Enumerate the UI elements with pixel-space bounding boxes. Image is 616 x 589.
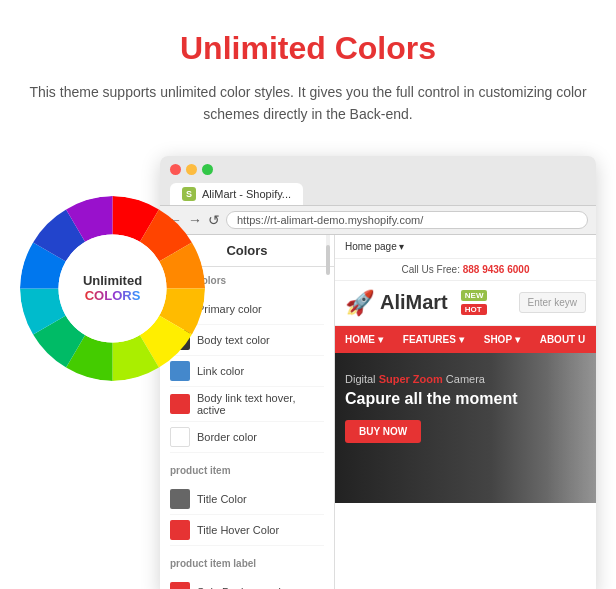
product-item-label: product item xyxy=(170,465,324,476)
color-swatch xyxy=(170,489,190,509)
color-label: Body link text hover, active xyxy=(197,392,324,416)
page-wrapper: Unlimited Colors This theme supports unl… xyxy=(0,0,616,589)
color-row[interactable]: Border color xyxy=(170,422,324,453)
hero-highlight1: Super Zoom xyxy=(379,373,443,385)
page-subtitle: This theme supports unlimited color styl… xyxy=(20,81,596,126)
nav-features[interactable]: FEATURES ▾ xyxy=(393,326,474,353)
color-wheel-container: Unlimited COLORS xyxy=(20,196,205,381)
preview-nav: HOME ▾ FEATURES ▾ SHOP ▾ ABOUT U xyxy=(335,326,596,353)
callus-text: Call Us Free: xyxy=(402,264,460,275)
browser-addressbar: ← → ↺ https://rt-alimart-demo.myshopify.… xyxy=(160,206,596,235)
logo-area: 🚀 AliMart NEW HOT Enter keyw xyxy=(335,281,596,326)
nav-shop[interactable]: SHOP ▾ xyxy=(474,326,530,353)
color-row[interactable]: Sale Background xyxy=(170,577,324,589)
search-box[interactable]: Enter keyw xyxy=(519,292,586,313)
close-dot[interactable] xyxy=(170,164,181,175)
minimize-dot[interactable] xyxy=(186,164,197,175)
browser-chrome: S AliMart - Shopify... xyxy=(160,156,596,206)
wheel-center: Unlimited COLORS xyxy=(68,243,158,333)
callus-bar: Call Us Free: 888 9436 6000 xyxy=(335,259,596,281)
hero-subtitle-normal: Digital xyxy=(345,373,379,385)
page-title: Unlimited Colors xyxy=(20,30,596,67)
browser-window: S AliMart - Shopify... ← → ↺ https://rt-… xyxy=(160,156,596,589)
color-label: Title Color xyxy=(197,493,247,505)
callus-number: 888 9436 6000 xyxy=(463,264,530,275)
color-row[interactable]: Body link text hover, active xyxy=(170,387,324,422)
refresh-button[interactable]: ↺ xyxy=(208,212,220,228)
color-label: Body text color xyxy=(197,334,270,346)
product-item-label-title: product item label xyxy=(170,558,324,569)
scroll-thumb xyxy=(326,245,330,275)
panel-title: Colors xyxy=(226,243,267,258)
new-badge: NEW xyxy=(461,290,488,301)
hot-badge: HOT xyxy=(461,304,488,315)
color-label: Title Hover Color xyxy=(197,524,279,536)
hero-subtitle-end: Camera xyxy=(443,373,485,385)
wheel-center-text1: Unlimited xyxy=(83,273,142,289)
color-row[interactable]: Title Color xyxy=(170,484,324,515)
homepage-selector[interactable]: Home page ▾ xyxy=(345,241,404,252)
wheel-center-text2: COLORS xyxy=(85,288,141,304)
color-label: Border color xyxy=(197,431,257,443)
shopify-preview: Home page ▾ Call Us Free: 888 9436 6000 … xyxy=(335,235,596,589)
color-row[interactable]: Title Hover Color xyxy=(170,515,324,546)
color-swatch xyxy=(170,427,190,447)
gradient-overlay xyxy=(546,353,596,503)
color-swatch xyxy=(170,394,190,414)
rocket-icon: 🚀 xyxy=(345,289,375,317)
alimart-text: AliMart xyxy=(380,291,448,314)
fullscreen-dot[interactable] xyxy=(202,164,213,175)
browser-content: ‹ Colors main colors Primary color xyxy=(160,235,596,589)
address-bar[interactable]: https://rt-alimart-demo.myshopify.com/ xyxy=(226,211,588,229)
nav-about[interactable]: ABOUT U xyxy=(530,326,596,353)
buy-now-button[interactable]: BUY NOW xyxy=(345,420,421,443)
nav-home[interactable]: HOME ▾ xyxy=(335,326,393,353)
color-swatch xyxy=(170,520,190,540)
alimart-logo: 🚀 AliMart xyxy=(345,289,448,317)
preview-topbar: Home page ▾ xyxy=(335,235,596,259)
tab-label: AliMart - Shopify... xyxy=(202,188,291,200)
address-text: https://rt-alimart-demo.myshopify.com/ xyxy=(237,214,423,226)
scrollbar[interactable] xyxy=(326,235,330,266)
preview-hero: Digital Super Zoom Camera Capure all the… xyxy=(335,353,596,503)
browser-dots xyxy=(170,164,586,175)
homepage-label: Home page xyxy=(345,241,397,252)
demo-section: Unlimited COLORS S AliMart - Shopify... xyxy=(30,156,596,589)
color-label: Primary color xyxy=(197,303,262,315)
product-item-label-section: product item label Sale Background xyxy=(160,550,334,589)
product-item-section: product item Title Color Title Hover Col… xyxy=(160,457,334,550)
color-swatch xyxy=(170,582,190,589)
